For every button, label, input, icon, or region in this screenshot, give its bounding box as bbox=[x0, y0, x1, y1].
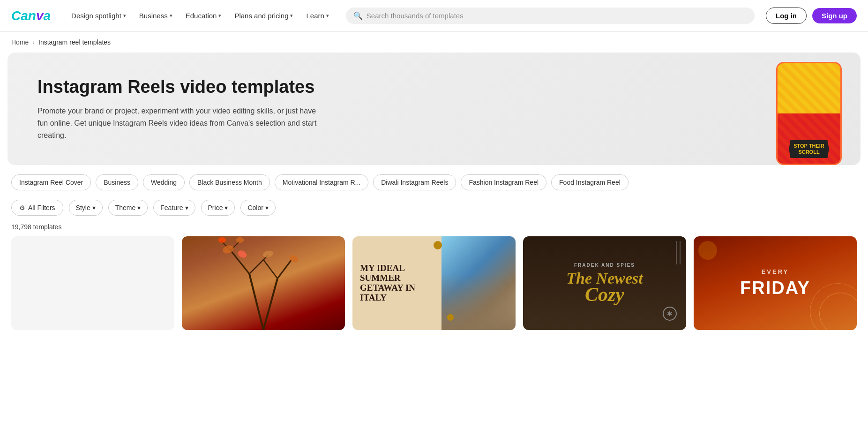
login-button[interactable]: Log in bbox=[766, 8, 807, 24]
navbar: Canva Design spotlight ▾ Business ▾ Educ… bbox=[0, 0, 868, 32]
chevron-down-icon: ▾ bbox=[265, 204, 269, 211]
hero-section: Instagram Reels video templates Promote … bbox=[7, 53, 861, 165]
nav-plans-pricing[interactable]: Plans and pricing ▾ bbox=[229, 8, 299, 23]
signup-button[interactable]: Sign up bbox=[812, 8, 857, 23]
style-filter[interactable]: Style ▾ bbox=[69, 200, 103, 216]
nav-learn[interactable]: Learn ▾ bbox=[300, 8, 334, 23]
search-icon: 🔍 bbox=[353, 11, 363, 20]
chevron-down-icon: ▾ bbox=[92, 204, 96, 211]
use-template-button-1[interactable]: Use template bbox=[67, 276, 120, 291]
filter-chips: Instagram Reel Cover Business Wedding Bl… bbox=[0, 165, 868, 196]
use-template-button-5[interactable]: Use template bbox=[749, 276, 802, 291]
chip-black-business-month[interactable]: Black Business Month bbox=[189, 174, 270, 190]
chevron-down-icon: ▾ bbox=[290, 13, 293, 19]
chevron-down-icon: ▾ bbox=[123, 13, 126, 19]
use-template-button-4[interactable]: Use template bbox=[578, 276, 631, 291]
breadcrumb-home[interactable]: Home bbox=[11, 38, 29, 46]
chip-food[interactable]: Food Instagram Reel bbox=[551, 174, 629, 190]
template-card-2[interactable]: Use template bbox=[182, 236, 345, 330]
template-card-3[interactable]: MY IDEAL SUMMER GETAWAY IN ITALY Use tem… bbox=[352, 236, 516, 330]
chevron-down-icon: ▾ bbox=[326, 13, 329, 19]
template-card-1[interactable]: Use template bbox=[11, 236, 174, 330]
theme-filter[interactable]: Theme ▾ bbox=[108, 200, 148, 216]
chip-instagram-reel-cover[interactable]: Instagram Reel Cover bbox=[11, 174, 91, 190]
chip-business[interactable]: Business bbox=[96, 174, 138, 190]
chip-diwali[interactable]: Diwali Instagram Reels bbox=[373, 174, 456, 190]
auth-buttons: Log in Sign up bbox=[766, 8, 857, 24]
nav-business[interactable]: Business ▾ bbox=[134, 8, 178, 23]
search-bar: 🔍 bbox=[346, 8, 755, 24]
breadcrumb: Home › Instagram reel templates bbox=[0, 32, 868, 53]
breadcrumb-separator: › bbox=[32, 38, 35, 46]
nav-links: Design spotlight ▾ Business ▾ Education … bbox=[66, 8, 335, 23]
feature-filter[interactable]: Feature ▾ bbox=[153, 200, 195, 216]
template-card-4[interactable]: FRADEK AND SPIES The Newest Cozy ✱ Use t… bbox=[523, 236, 686, 330]
phone-mockup: STOP THEIR SCROLL bbox=[776, 62, 842, 165]
chip-motivational[interactable]: Motivational Instagram R... bbox=[275, 174, 369, 190]
chip-fashion[interactable]: Fashion Instagram Reel bbox=[461, 174, 546, 190]
color-filter[interactable]: Color ▾ bbox=[240, 200, 275, 216]
chevron-down-icon: ▾ bbox=[185, 204, 188, 211]
card3-title: MY IDEAL SUMMER GETAWAY IN ITALY bbox=[360, 263, 434, 303]
template-card-5[interactable]: EVERY FRIDAY Use template bbox=[694, 236, 857, 330]
chip-wedding[interactable]: Wedding bbox=[143, 174, 185, 190]
nav-education[interactable]: Education ▾ bbox=[180, 8, 227, 23]
use-template-button-2[interactable]: Use template bbox=[237, 276, 290, 291]
all-filters-button[interactable]: ⚙ All Filters bbox=[11, 200, 63, 216]
chevron-down-icon: ▾ bbox=[224, 204, 228, 211]
breadcrumb-current: Instagram reel templates bbox=[38, 38, 111, 46]
stop-scroll-badge: STOP THEIR SCROLL bbox=[789, 140, 829, 158]
logo[interactable]: Canva bbox=[11, 8, 51, 23]
hero-title: Instagram Reels video templates bbox=[37, 76, 319, 98]
nav-design-spotlight[interactable]: Design spotlight ▾ bbox=[66, 8, 132, 23]
hero-image: STOP THEIR SCROLL bbox=[776, 62, 842, 165]
hero-text: Instagram Reels video templates Promote … bbox=[37, 76, 319, 141]
chevron-down-icon: ▾ bbox=[170, 13, 172, 19]
price-filter[interactable]: Price ▾ bbox=[201, 200, 235, 216]
filter-icon: ⚙ bbox=[19, 204, 25, 211]
template-count: 19,798 templates bbox=[0, 221, 868, 236]
hero-description: Promote your brand or project, experimen… bbox=[37, 105, 319, 141]
search-input[interactable] bbox=[367, 12, 747, 20]
chevron-down-icon: ▾ bbox=[218, 13, 221, 19]
filter-bar: ⚙ All Filters Style ▾ Theme ▾ Feature ▾ … bbox=[0, 196, 868, 221]
chevron-down-icon: ▾ bbox=[137, 204, 141, 211]
template-grid: Use template bbox=[0, 236, 868, 330]
